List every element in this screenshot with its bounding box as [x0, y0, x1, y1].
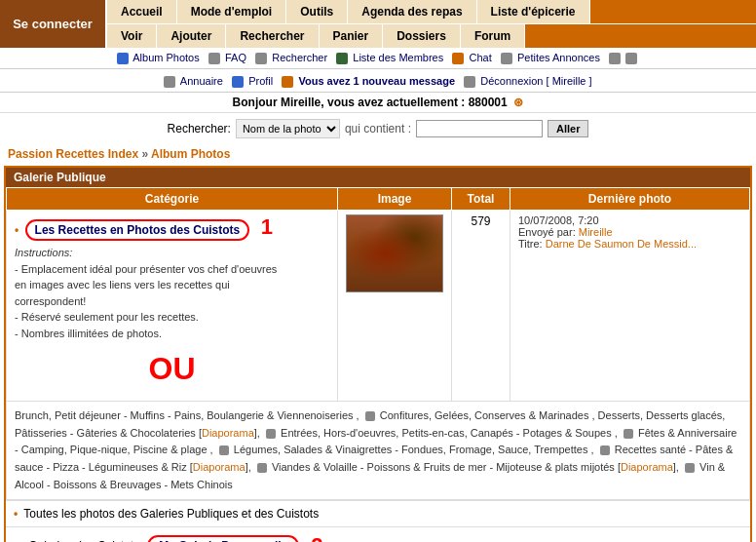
- search-bar: Rechercher: Nom de la photo qui contient…: [0, 113, 756, 144]
- last-envoye: Envoyé par: Mireille: [518, 226, 741, 238]
- bullet: •: [15, 223, 19, 237]
- folder-icon-5: [600, 445, 610, 455]
- search-select[interactable]: Nom de la photo: [236, 119, 340, 138]
- nav-ajouter[interactable]: Ajouter: [157, 24, 226, 48]
- last-title-link[interactable]: Darne De Saumon De Messid...: [546, 238, 697, 250]
- faq-icon: [208, 53, 220, 64]
- food-image-inner: [347, 215, 442, 291]
- diaporama-link-3[interactable]: Diaporama: [621, 461, 673, 473]
- nav-links: Accueil Mode d'emploi Outils Agenda des …: [107, 0, 756, 48]
- breadcrumb-current: Album Photos: [151, 147, 230, 161]
- image-cell: [338, 211, 452, 402]
- welcome-text: Bonjour Mireille, vous avez actuellement…: [233, 96, 508, 109]
- nav-accueil[interactable]: Accueil: [107, 0, 177, 23]
- category-cell: • Les Recettes en Photos des Cuistots 1 …: [7, 211, 338, 402]
- extra-icon-1: [609, 53, 621, 64]
- total-count: 579: [471, 214, 490, 228]
- nav-outils[interactable]: Outils: [286, 0, 348, 23]
- folder-icon-6: [257, 463, 267, 473]
- cat-list-row: Brunch, Petit déjeuner - Muffins - Pains…: [7, 402, 750, 500]
- deconnexion-icon: [464, 76, 475, 88]
- search-icon: [255, 53, 267, 64]
- nav-forum[interactable]: Forum: [461, 24, 525, 48]
- nav-liste-epicerie[interactable]: Liste d'épicerie: [477, 0, 590, 23]
- connect-box[interactable]: Se connecter: [0, 0, 107, 48]
- breadcrumb-home[interactable]: Passion Recettes Index: [8, 147, 138, 161]
- annonces-icon: [501, 53, 512, 64]
- col-derniere-photo: Dernière photo: [510, 188, 750, 211]
- extra-icon-2: [625, 53, 637, 64]
- album-table: Catégorie Image Total Dernière photo • L…: [6, 187, 750, 500]
- breadcrumb-sep: »: [141, 147, 148, 161]
- desc-line4: - Réservé seulement pour les recettes.: [15, 309, 329, 326]
- profil-icon: [232, 76, 244, 88]
- nav-agenda[interactable]: Agenda des repas: [348, 0, 476, 23]
- cat-list-cell: Brunch, Petit déjeuner - Muffins - Pains…: [7, 402, 750, 500]
- search-label: Rechercher:: [168, 122, 231, 136]
- galerie-header: Galerie Publique: [6, 168, 750, 187]
- breadcrumb: Passion Recettes Index » Album Photos: [0, 144, 756, 164]
- nav-row-1: Accueil Mode d'emploi Outils Agenda des …: [107, 0, 756, 24]
- chat-icon: [452, 53, 464, 64]
- deconnexion-link[interactable]: Déconnexion [ Mireille ]: [480, 75, 591, 87]
- profil-link[interactable]: Profil: [248, 75, 273, 87]
- col-image: Image: [338, 188, 452, 211]
- table-header-row: Catégorie Image Total Dernière photo: [7, 188, 750, 211]
- coin-icon: ⊛: [513, 96, 523, 109]
- info-bar-line1: Album Photos FAQ Rechercher Liste des Me…: [0, 48, 756, 69]
- nav-dossiers[interactable]: Dossiers: [383, 24, 461, 48]
- qui-contient-text: qui contient :: [345, 122, 411, 136]
- membres-icon: [336, 53, 348, 64]
- nav-mode-emploi[interactable]: Mode d'emploi: [177, 0, 287, 23]
- table-row: • Les Recettes en Photos des Cuistots 1 …: [7, 211, 750, 402]
- diaporama-link-1[interactable]: Diaporama: [202, 427, 254, 439]
- info-bar-line2: Annuaire Profil Vous avez 1 nouveau mess…: [0, 71, 756, 93]
- category-number-badge: 1: [261, 214, 273, 239]
- annuaire-icon: [164, 76, 175, 88]
- ou-text: OU: [15, 341, 329, 397]
- total-cell: 579: [452, 211, 510, 402]
- nav-row-2: Voir Ajouter Rechercher Panier Dossiers …: [107, 24, 756, 48]
- desc-line3: correspondent!: [15, 293, 329, 310]
- nav-rechercher[interactable]: Rechercher: [226, 24, 319, 48]
- search-input[interactable]: [416, 120, 543, 137]
- annuaire-link[interactable]: Annuaire: [180, 75, 223, 87]
- last-titre: Titre: Darne De Saumon De Messid...: [518, 238, 741, 250]
- bullet-all: •: [14, 507, 18, 521]
- folder-icon-7: [685, 463, 695, 473]
- instructions-label: Instructions:: [15, 247, 72, 258]
- search-button[interactable]: Aller: [548, 120, 588, 137]
- col-categorie: Catégorie: [7, 188, 338, 211]
- main-content: Galerie Publique Catégorie Image Total D…: [4, 166, 752, 542]
- galerie-number-badge: 2: [311, 533, 322, 542]
- album-icon: [117, 53, 129, 64]
- folder-icon-1: [365, 411, 375, 421]
- category-desc: Instructions: - Emplacement idéal pour p…: [15, 245, 329, 341]
- new-message-link[interactable]: Vous avez 1 nouveau message: [298, 75, 455, 87]
- folder-icon-2: [266, 429, 276, 439]
- last-user-link[interactable]: Mireille: [579, 226, 613, 238]
- liste-membres-link[interactable]: Liste des Membres: [353, 52, 443, 63]
- main-category-link[interactable]: Les Recettes en Photos des Cuistots: [25, 219, 250, 241]
- folder-icon-4: [219, 445, 229, 455]
- ma-galerie-link[interactable]: Ma Galerie Personnelle: [147, 535, 299, 542]
- folder-icon-3: [624, 429, 633, 439]
- desc-line1: - Emplacement idéal pour présenter vos c…: [15, 261, 329, 278]
- rechercher-link[interactable]: Rechercher: [272, 52, 327, 63]
- desc-line2: en images avec les liens vers les recett…: [15, 277, 329, 293]
- nav-panier[interactable]: Panier: [320, 24, 384, 48]
- chat-link[interactable]: Chat: [469, 52, 491, 63]
- desc-line5: - Nombres illimitées de photos.: [15, 326, 329, 342]
- food-image: [346, 214, 443, 292]
- welcome-bar: Bonjour Mireille, vous avez actuellement…: [0, 93, 756, 113]
- album-photos-link[interactable]: Album Photos: [132, 52, 199, 63]
- last-photo-cell: 10/07/2008, 7:20 Envoyé par: Mireille Ti…: [510, 211, 750, 402]
- all-photos-row: • Toutes les photos des Galeries Publiqu…: [6, 500, 750, 527]
- cat-list-text: Brunch, Petit déjeuner - Muffins - Pains…: [15, 409, 737, 489]
- all-photos-text: Toutes les photos des Galeries Publiques…: [23, 507, 319, 521]
- faq-link[interactable]: FAQ: [225, 52, 246, 63]
- galeries-row: • Galeries des Cuistots Ma Galerie Perso…: [6, 527, 750, 542]
- diaporama-link-2[interactable]: Diaporama: [193, 461, 246, 473]
- nav-voir[interactable]: Voir: [107, 24, 157, 48]
- petites-annonces-link[interactable]: Petites Annonces: [517, 52, 600, 63]
